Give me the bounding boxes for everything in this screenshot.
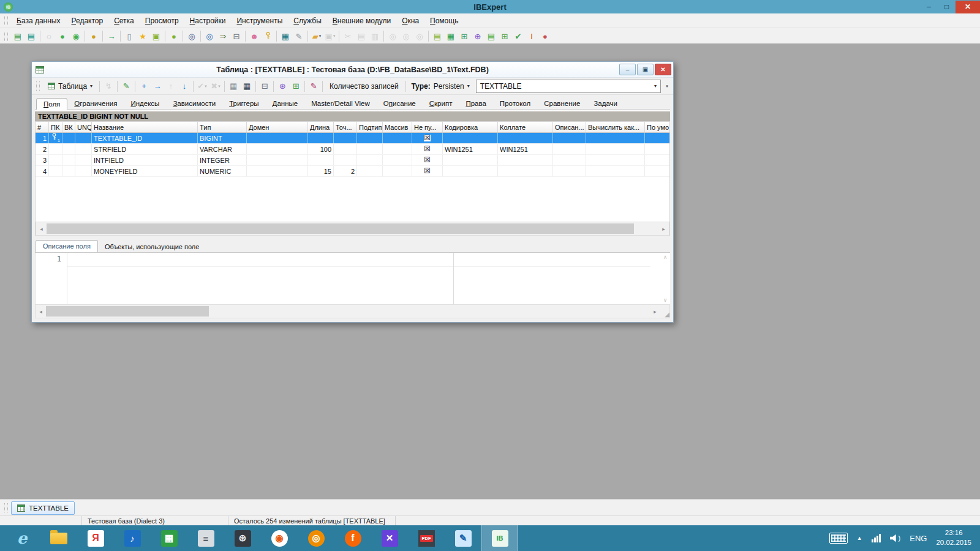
disconnect-database-icon[interactable]: ◌ (42, 29, 56, 43)
menu-настройки[interactable]: Настройки (184, 15, 232, 27)
field-row[interactable]: 3INTFIELDINTEGER☒ (36, 155, 669, 166)
new-database-icon[interactable]: ▤ (431, 29, 444, 43)
column-header[interactable]: Длина (308, 122, 334, 132)
clock[interactable]: 23:16 20.02.2015 (936, 528, 971, 547)
tab-объекты-использующие-поле[interactable]: Объекты, использующие поле (98, 241, 206, 252)
column-header[interactable]: Описан... (553, 122, 586, 132)
resize-grip-icon[interactable]: ◢ (660, 305, 669, 318)
taskbar-icon-internet-explorer[interactable]: e (4, 525, 40, 551)
extract-metadata-icon[interactable]: ⇒ (216, 29, 230, 43)
field-row[interactable]: 2STRFIELDVARCHAR100☒WIN1251WIN1251 (36, 144, 669, 155)
tab-ограничения[interactable]: Ограничения (67, 98, 124, 109)
column-header[interactable]: Подтип (357, 122, 383, 132)
menu-окна[interactable]: Окна (396, 15, 424, 27)
menu-службы[interactable]: Службы (288, 15, 326, 27)
taskbar-icon-pdf-app[interactable]: PDF (408, 525, 445, 551)
table-menu-button[interactable]: Таблица ▾ (43, 80, 97, 92)
script-executive-icon[interactable]: ▦ (279, 29, 292, 43)
close-button[interactable]: ✕ (956, 1, 980, 13)
find-in-metadata-icon[interactable]: ◎ (185, 29, 198, 43)
column-header[interactable]: Название (92, 122, 198, 132)
scroll-right-arrow-icon[interactable]: ▸ (658, 222, 669, 235)
scrollbar-thumb[interactable] (46, 306, 209, 317)
column-header[interactable]: # (36, 122, 49, 132)
not-null-checkbox[interactable]: ☒ (424, 157, 431, 163)
menu-база-данных[interactable]: База данных (11, 15, 66, 27)
new-role-icon[interactable]: ● (538, 29, 552, 43)
database-registration-info-icon[interactable]: ● (87, 29, 100, 43)
column-header[interactable]: Точ... (334, 122, 357, 132)
tab-права[interactable]: Права (459, 98, 492, 109)
new-index-icon[interactable]: I (525, 29, 538, 43)
taskbar-icon-paint-app[interactable]: ◉ (261, 525, 298, 551)
tray-expand-icon[interactable]: ▲ (857, 535, 862, 541)
table-type-dropdown[interactable]: Type: Persisten ▾ (408, 82, 473, 91)
not-null-checkbox[interactable]: ☒ (424, 168, 431, 174)
column-header[interactable]: Не пу... (412, 122, 443, 132)
grant-manager-icon[interactable] (261, 29, 274, 43)
move-field-down-icon[interactable]: ↓ (178, 80, 191, 93)
language-indicator[interactable]: ENG (910, 534, 927, 543)
scroll-down-arrow-icon[interactable]: ∨ (663, 297, 668, 303)
print-icon[interactable]: ⊟ (230, 29, 243, 43)
taskbar-icon-volume-app[interactable]: ♪ (114, 525, 151, 551)
scroll-right-arrow-icon[interactable]: ▸ (650, 305, 660, 318)
menu-помощь[interactable]: Помощь (424, 15, 464, 27)
search-in-database-icon[interactable]: ◎ (203, 29, 216, 43)
scroll-up-arrow-icon[interactable]: ∧ (663, 254, 668, 260)
new-script-icon[interactable]: ✎ (292, 29, 306, 43)
grid-view-icon[interactable]: ▦ (227, 80, 240, 93)
column-header[interactable]: Вычислить как... (586, 122, 645, 132)
taskbar-icon-spreadsheet-app[interactable]: ▦ (151, 525, 187, 551)
keyboard-icon[interactable] (829, 533, 848, 544)
scroll-left-arrow-icon[interactable]: ◂ (36, 222, 47, 235)
tab-протокол[interactable]: Протокол (493, 98, 537, 109)
recompute-statistics-icon[interactable]: ⊛ (276, 80, 289, 93)
tab-задачи[interactable]: Задачи (587, 98, 624, 109)
window-tab-texttable[interactable]: TEXTTABLE (11, 501, 75, 515)
tab-сравнение[interactable]: Сравнение (537, 98, 587, 109)
column-header[interactable]: Тип (198, 122, 247, 132)
taskbar-icon-file-explorer[interactable] (40, 525, 77, 551)
menu-внешние-модули[interactable]: Внешние модули (327, 15, 396, 27)
child-minimize-button[interactable]: – (619, 64, 636, 75)
taskbar-icon-orange-app[interactable]: ◎ (298, 525, 334, 551)
taskbar-icon-text-editor-app[interactable]: ✎ (445, 525, 481, 551)
field-description-editor[interactable]: 1 ∧ ∨ (35, 253, 670, 304)
new-table-icon[interactable]: ▦ (444, 29, 458, 43)
exit-connection-icon[interactable]: → (105, 29, 118, 43)
new-document-icon[interactable]: ▯ (123, 29, 136, 43)
register-database-icon[interactable]: ▤ (11, 29, 24, 43)
document-from-template-icon[interactable]: ★ (136, 29, 149, 43)
taskbar-icon-calculator-app[interactable]: ≡ (187, 525, 224, 551)
record-count-button[interactable]: Количество записей (325, 82, 404, 91)
sql-editor-icon[interactable]: ● (167, 29, 181, 43)
volume-icon[interactable]: ) (890, 534, 901, 542)
column-header[interactable]: По умо (645, 122, 669, 132)
menu-просмотр[interactable]: Просмотр (140, 15, 184, 27)
not-null-checkbox[interactable]: ☒ (424, 135, 431, 141)
tab-индексы[interactable]: Индексы (124, 98, 166, 109)
form-view-icon[interactable]: ▦ (240, 80, 254, 93)
new-view-icon[interactable]: ⊞ (458, 29, 471, 43)
tab-описание-поля[interactable]: Описание поля (36, 240, 98, 252)
tab-данные[interactable]: Данные (266, 98, 305, 109)
column-header[interactable]: Домен (247, 122, 308, 132)
insert-field-icon[interactable]: + (137, 80, 151, 93)
new-check-constraint-icon[interactable]: ✔ (511, 29, 525, 43)
table-name-combobox[interactable]: TEXTTABLE ▾ (476, 80, 661, 93)
taskbar-icon-firefox[interactable]: f (334, 525, 371, 551)
drop-field-icon[interactable]: → (151, 80, 164, 93)
field-row[interactable]: 4MONEYFIELDNUMERIC152☒ (36, 166, 669, 177)
new-generator-icon[interactable]: ⊞ (498, 29, 511, 43)
child-close-button[interactable]: ✕ (655, 64, 671, 75)
open-file-icon[interactable]: ▰▾ (310, 29, 323, 43)
minimize-button[interactable]: – (920, 1, 938, 13)
taskbar-icon-yandex-browser[interactable]: Я (77, 525, 114, 551)
column-header[interactable]: UNQ (75, 122, 92, 132)
network-signal-icon[interactable] (872, 534, 881, 542)
scroll-left-arrow-icon[interactable]: ◂ (36, 305, 46, 318)
taskbar-icon-settings-app[interactable]: ⊛ (224, 525, 261, 551)
print-preview-icon[interactable]: ⊟ (258, 80, 271, 93)
column-header[interactable]: ПК (49, 122, 62, 132)
